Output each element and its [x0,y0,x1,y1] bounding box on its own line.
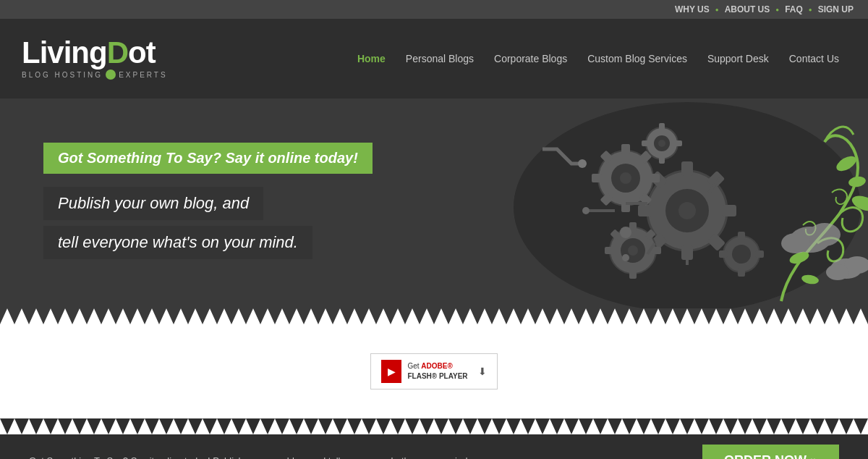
svg-point-25 [620,172,631,184]
dot-separator: ● [715,7,719,13]
top-utility-bar: WHY US ● ABOUT US ● FAQ ● SIGN UP [0,0,868,19]
svg-point-61 [582,207,590,214]
svg-rect-38 [659,156,665,164]
svg-point-8 [781,233,810,253]
logo-text: LivingDot [22,38,168,68]
footer-bar: Got Something To Say? Say it online toda… [0,434,868,459]
svg-point-42 [732,245,751,264]
topbar-sign-up[interactable]: SIGN UP [818,4,854,14]
hero-cta-text: Got Something To Say? Say it online toda… [43,143,373,174]
topbar-about-us[interactable]: ABOUT US [725,4,770,14]
svg-point-14 [678,202,696,219]
svg-rect-18 [638,205,652,216]
svg-rect-45 [755,250,764,258]
order-now-button[interactable]: ORDER NOW » [702,445,839,459]
svg-point-62 [620,227,631,238]
dot-separator: ● [775,7,779,13]
svg-rect-43 [738,232,745,240]
svg-point-63 [622,254,629,261]
nav-contact-us[interactable]: Contact Us [782,49,846,69]
nav-support-desk[interactable]: Support Desk [700,49,776,69]
svg-rect-28 [650,174,660,182]
svg-rect-53 [605,247,613,254]
svg-rect-52 [652,247,661,254]
svg-rect-26 [621,144,630,154]
zigzag-divider-bottom [0,418,868,434]
logo-subtitle: BLOG HOSTING EXPERTS [22,70,168,80]
hero-illustration [470,98,868,308]
hero-line2: tell everyone what's on your mind. [43,226,312,259]
logo-dot: D [107,35,128,70]
flash-icon [381,360,401,383]
hero-content: Got Something To Say? Say it online toda… [43,143,373,265]
topbar-why-us[interactable]: WHY US [675,4,710,14]
nav-personal-blogs[interactable]: Personal Blogs [399,49,481,69]
logo-area: LivingDot BLOG HOSTING EXPERTS [22,38,168,80]
svg-rect-46 [719,250,728,258]
svg-point-64 [578,159,587,168]
hero-line1: Publish your own blog, and [43,187,263,220]
footer-tagline: Got Something To Say? Say it online toda… [29,455,470,459]
hero-section: Got Something To Say? Say it online toda… [0,98,868,308]
svg-rect-40 [642,140,649,146]
svg-rect-39 [675,140,682,146]
middle-content: Get ADOBE® FLASH® PLAYER ⬇ [0,324,868,418]
svg-point-36 [658,140,665,147]
svg-rect-51 [629,270,637,279]
flash-download-icon: ⬇ [478,366,487,377]
flash-player-banner[interactable]: Get ADOBE® FLASH® PLAYER ⬇ [370,353,497,389]
svg-rect-17 [722,205,736,216]
svg-rect-15 [681,161,693,176]
main-nav: Home Personal Blogs Corporate Blogs Cust… [350,49,846,69]
svg-point-7 [809,223,841,246]
svg-rect-37 [659,123,665,130]
zigzag-divider-top [0,308,868,324]
svg-point-11 [826,264,849,280]
flash-text: Get ADOBE® FLASH® PLAYER [407,361,467,382]
site-header: LivingDot BLOG HOSTING EXPERTS Home Pers… [0,19,868,98]
svg-rect-44 [738,268,745,277]
nav-home[interactable]: Home [350,49,393,69]
dot-separator: ● [809,7,812,13]
svg-rect-29 [592,174,602,182]
logo-circle-icon [106,70,116,80]
svg-point-49 [628,245,638,256]
nav-corporate-blogs[interactable]: Corporate Blogs [487,49,574,69]
topbar-faq[interactable]: FAQ [785,4,803,14]
nav-custom-blog-services[interactable]: Custom Blog Services [580,49,694,69]
